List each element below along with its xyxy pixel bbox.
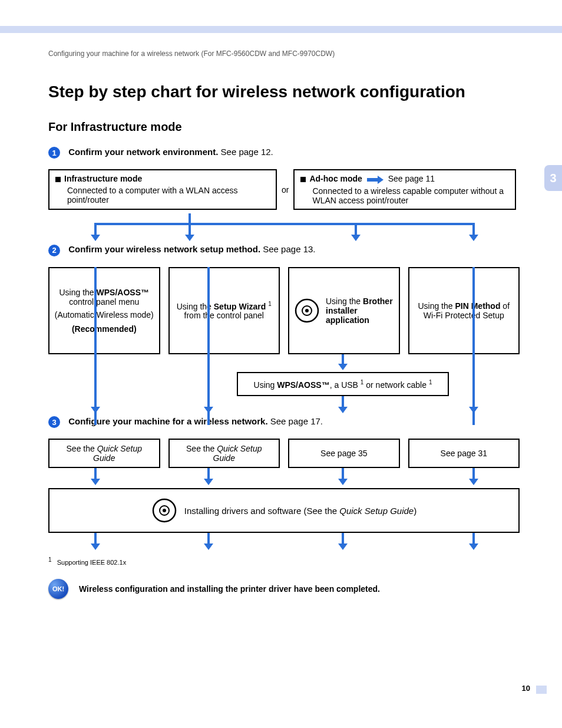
text: control panel menu bbox=[69, 297, 139, 307]
text: See page 35 bbox=[320, 449, 367, 458]
page-number-bar bbox=[536, 686, 547, 694]
page-number: 10 bbox=[522, 684, 530, 693]
reference-row: See the Quick Setup Guide See the Quick … bbox=[48, 439, 520, 468]
footnote-ref: 1 bbox=[429, 379, 432, 386]
footnote-number: 1 bbox=[48, 556, 52, 563]
infrastructure-mode-box: Infrastructure mode Connected to a compu… bbox=[48, 169, 277, 210]
adhoc-mode-header: Ad-hoc mode bbox=[309, 174, 362, 183]
step-3-bold: Configure your machine for a wireless ne… bbox=[68, 416, 267, 426]
recommended-label: (Recommended) bbox=[72, 324, 137, 334]
guide-name: Quick Setup Guide bbox=[339, 506, 414, 516]
ok-badge-icon: OK! bbox=[48, 579, 68, 599]
top-bar bbox=[0, 26, 562, 33]
wps-usb-cable-box: Using WPS/AOSS™, a USB 1 or network cabl… bbox=[237, 372, 449, 397]
breadcrumb: Configuring your machine for a wireless … bbox=[48, 50, 520, 58]
text: Using the bbox=[326, 297, 363, 306]
text: Using the bbox=[418, 301, 455, 311]
disc-icon bbox=[151, 498, 177, 523]
step-2-ref: See page 13. bbox=[260, 244, 315, 254]
text: WPS/AOSS™ bbox=[277, 380, 329, 389]
environment-row: Infrastructure mode Connected to a compu… bbox=[48, 169, 520, 210]
installing-box: Installing drivers and software (See the… bbox=[48, 488, 520, 533]
text: PIN Method bbox=[455, 301, 500, 311]
step-3-heading: 3 Configure your machine for a wireless … bbox=[48, 416, 520, 428]
flow-arrows-1 bbox=[48, 213, 520, 244]
method-pin-box: Using the PIN Method of Wi-Fi Protected … bbox=[408, 267, 520, 354]
flow-arrows-2a bbox=[48, 354, 520, 372]
svg-point-2 bbox=[305, 309, 309, 312]
text: See the bbox=[186, 444, 217, 453]
step-3-ref: See page 17. bbox=[268, 416, 323, 426]
disc-icon bbox=[294, 298, 320, 324]
footnote-text: Supporting IEEE 802.1x bbox=[57, 559, 126, 566]
text: or network cable bbox=[363, 380, 429, 389]
step-1-number-icon: 1 bbox=[48, 147, 60, 159]
method-row: Using the WPS/AOSS™ control panel menu (… bbox=[48, 267, 520, 354]
text: Setup Wizard bbox=[214, 301, 266, 311]
text: WPS/AOSS™ bbox=[97, 288, 149, 297]
page-content: Configuring your machine for a wireless … bbox=[48, 50, 520, 599]
text: Installing drivers and software (See the bbox=[184, 506, 339, 516]
footnote: 1 Supporting IEEE 802.1x bbox=[48, 556, 520, 566]
bullet-icon bbox=[300, 177, 306, 182]
text: Using the bbox=[59, 288, 96, 297]
flow-arrows-3 bbox=[48, 468, 520, 488]
step-1-heading: 1 Confirm your network environment. See … bbox=[48, 147, 520, 159]
text: See the bbox=[67, 444, 97, 453]
adhoc-page-ref: See page 11 bbox=[386, 174, 435, 183]
step-1-ref: See page 12. bbox=[218, 147, 273, 157]
step-2-heading: 2 Confirm your wireless network setup me… bbox=[48, 244, 520, 256]
mid-row: Using WPS/AOSS™, a USB 1 or network cabl… bbox=[48, 372, 520, 397]
step-1-bold: Confirm your network environment. bbox=[68, 147, 218, 157]
bullet-icon bbox=[55, 177, 61, 182]
step-2-number-icon: 2 bbox=[48, 245, 60, 256]
adhoc-mode-box: Ad-hoc mode See page 11 Connected to a w… bbox=[293, 169, 516, 210]
text: Using bbox=[254, 380, 277, 389]
svg-point-5 bbox=[163, 509, 166, 512]
flow-arrows-2b bbox=[48, 396, 520, 416]
ref-page-35: See page 35 bbox=[288, 439, 400, 468]
infrastructure-mode-body: Connected to a computer with a WLAN acce… bbox=[55, 186, 270, 205]
or-label: or bbox=[277, 185, 293, 195]
text: ) bbox=[414, 506, 416, 516]
text: See page 31 bbox=[441, 449, 487, 458]
ref-quick-setup-1: See the Quick Setup Guide bbox=[48, 439, 160, 468]
method-wps-aoss-box: Using the WPS/AOSS™ control panel menu (… bbox=[48, 267, 160, 354]
method-setup-wizard-box: Using the Setup Wizard 1 from the contro… bbox=[168, 267, 280, 354]
completion-text: Wireless configuration and installing th… bbox=[79, 584, 380, 594]
guide-name: Quick Setup Guide bbox=[93, 444, 142, 463]
infrastructure-mode-header: Infrastructure mode bbox=[64, 174, 142, 183]
page-title: Step by step chart for wireless network … bbox=[48, 83, 520, 101]
guide-name: Quick Setup Guide bbox=[213, 444, 262, 463]
ref-quick-setup-2: See the Quick Setup Guide bbox=[168, 439, 280, 468]
arrow-right-icon bbox=[367, 174, 384, 184]
text: from the control panel bbox=[184, 311, 264, 320]
flow-arrows-4 bbox=[48, 533, 520, 553]
footnote-ref: 1 bbox=[268, 301, 272, 307]
adhoc-mode-body: Connected to a wireless capable computer… bbox=[300, 186, 509, 205]
text: , a USB bbox=[330, 380, 361, 389]
completion-row: OK! Wireless configuration and installin… bbox=[48, 579, 520, 599]
chapter-tab: 3 bbox=[544, 165, 562, 191]
ref-page-31: See page 31 bbox=[408, 439, 520, 468]
step-3-number-icon: 3 bbox=[48, 416, 60, 428]
section-title: For Infrastructure mode bbox=[48, 120, 520, 134]
method-brother-installer-box: Using the Brother installer application bbox=[288, 267, 400, 354]
step-2-bold: Confirm your wireless network setup meth… bbox=[68, 244, 260, 254]
text: (Automatic Wireless mode) bbox=[55, 310, 154, 319]
